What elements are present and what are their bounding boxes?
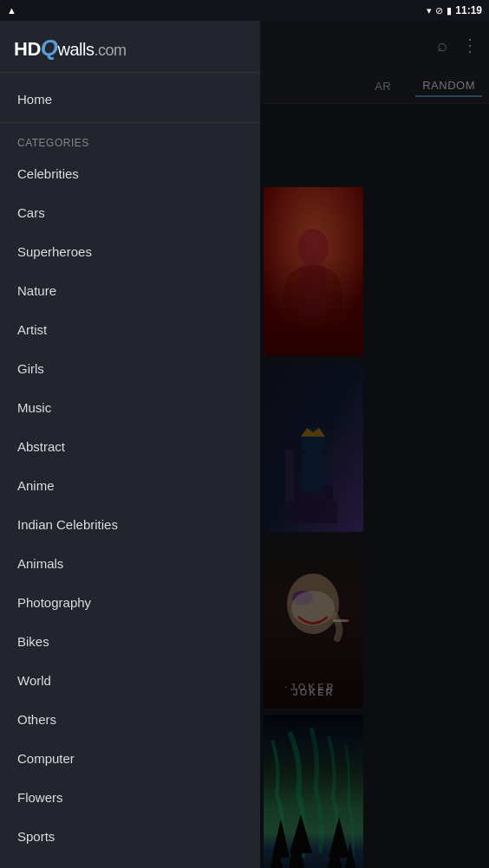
sidebar-item-indian-celebrities-label: Indian Celebrities — [17, 517, 118, 532]
sidebar-item-girls[interactable]: Girls — [0, 349, 260, 388]
svg-rect-0 — [264, 187, 363, 356]
sidebar-item-music-label: Music — [17, 400, 51, 415]
svg-rect-8 — [302, 454, 324, 493]
search-icon[interactable]: ⌕ — [437, 36, 447, 55]
sidebar-item-celebrities-label: Celebrities — [17, 166, 79, 181]
svg-point-7 — [301, 427, 325, 455]
sidebar-item-others[interactable]: Others — [0, 700, 260, 739]
status-time: 11:19 — [455, 4, 482, 16]
sidebar-item-computer[interactable]: Computer — [0, 739, 260, 778]
sidebar-item-superheroes[interactable]: Superheroes — [0, 232, 260, 271]
sidebar-item-artist[interactable]: Artist — [0, 310, 260, 349]
sidebar-item-home-label: Home — [17, 92, 52, 107]
svg-text:·: · — [284, 679, 288, 693]
sidebar-item-cars[interactable]: Cars — [0, 193, 260, 232]
sidebar-item-nature[interactable]: Nature — [0, 271, 260, 310]
sidebar-item-home[interactable]: Home — [0, 80, 260, 119]
logo-walls: walls — [58, 40, 95, 59]
notification-icon: ▲ — [7, 5, 16, 16]
logo-com: com — [98, 42, 127, 59]
sidebar-item-abstract-label: Abstract — [17, 439, 65, 454]
wallpaper-grid: JOKER · — [260, 104, 489, 865]
svg-point-1 — [297, 229, 329, 267]
wifi-icon: ▾ — [427, 5, 432, 16]
sidebar-item-photography-label: Photography — [17, 595, 91, 610]
sidebar-item-artist-label: Artist — [17, 322, 47, 337]
svg-rect-5 — [285, 450, 294, 502]
logo-hd: HD — [14, 38, 41, 60]
content-area: ⌕ ⋮ AR RANDOM — [260, 21, 489, 868]
sidebar-item-animals[interactable]: Animals — [0, 544, 260, 583]
aurora-svg — [264, 715, 363, 868]
status-bar-right: ▾ ⊘ ▮ 11:19 — [427, 4, 482, 16]
sidebar-item-celebrities[interactable]: Celebrities — [0, 154, 260, 193]
more-options-icon[interactable]: ⋮ — [461, 35, 479, 55]
joker-svg: JOKER · — [264, 539, 363, 708]
sidebar-item-abstract[interactable]: Abstract — [0, 427, 260, 466]
top-bar: ⌕ ⋮ — [260, 21, 489, 69]
sidebar-item-superheroes-label: Superheroes — [17, 244, 92, 259]
wonder-woman-svg — [264, 187, 363, 356]
status-bar-left: ▲ — [7, 5, 16, 16]
sidebar-item-music[interactable]: Music — [0, 388, 260, 427]
sidebar-item-anime-label: Anime — [17, 478, 55, 493]
sidebar-item-world[interactable]: World — [0, 661, 260, 700]
svg-text:JOKER: JOKER — [290, 682, 336, 692]
sidebar-item-others-label: Others — [17, 712, 56, 727]
sidebar-item-computer-label: Computer — [17, 751, 75, 766]
sidebar-item-nature-label: Nature — [17, 283, 56, 298]
main-wrapper: HDQwalls.com Home Categories Celebrities… — [0, 21, 489, 868]
sidebar-item-cars-label: Cars — [17, 205, 45, 220]
svg-rect-14 — [346, 619, 349, 622]
sidebar-item-sports-label: Sports — [17, 829, 55, 844]
svg-rect-6 — [333, 450, 342, 502]
sidebar-item-bikes-label: Bikes — [17, 634, 49, 649]
sidebar-item-indian-celebrities[interactable]: Indian Celebrities — [0, 505, 260, 544]
tabs-bar: AR RANDOM — [260, 69, 489, 104]
sidebar-item-flowers[interactable]: Flowers — [0, 778, 260, 817]
logo-q: Q — [41, 35, 58, 61]
wallpaper-wonder-woman[interactable] — [264, 187, 363, 356]
sidebar-header: HDQwalls.com — [0, 21, 260, 73]
wallpaper-villain[interactable] — [264, 363, 363, 532]
status-bar: ▲ ▾ ⊘ ▮ 11:19 — [0, 0, 489, 21]
sidebar-item-flowers-label: Flowers — [17, 790, 63, 805]
sidebar-item-photography[interactable]: Photography — [0, 583, 260, 622]
tab-ar[interactable]: AR — [368, 76, 398, 96]
sidebar-menu: Home Categories Celebrities Cars Superhe… — [0, 73, 260, 863]
svg-rect-2 — [300, 265, 326, 317]
wallpaper-joker[interactable]: JOKER · — [264, 539, 363, 708]
sidebar-item-animals-label: Animals — [17, 556, 63, 571]
sidebar-item-world-label: World — [17, 673, 51, 688]
battery-icon: ▮ — [447, 5, 452, 16]
sidebar-item-bikes[interactable]: Bikes — [0, 622, 260, 661]
sidebar: HDQwalls.com Home Categories Celebrities… — [0, 21, 260, 868]
sidebar-categories-label: Categories — [0, 126, 260, 154]
tab-random[interactable]: RANDOM — [415, 75, 482, 97]
sidebar-item-anime[interactable]: Anime — [0, 466, 260, 505]
divider-1 — [0, 122, 260, 123]
villain-svg — [264, 363, 363, 532]
sidebar-logo: HDQwalls.com — [14, 35, 246, 62]
sidebar-item-sports[interactable]: Sports — [0, 817, 260, 856]
signal-icon: ⊘ — [435, 5, 443, 16]
sidebar-item-girls-label: Girls — [17, 361, 44, 376]
wallpaper-aurora[interactable] — [264, 715, 363, 868]
